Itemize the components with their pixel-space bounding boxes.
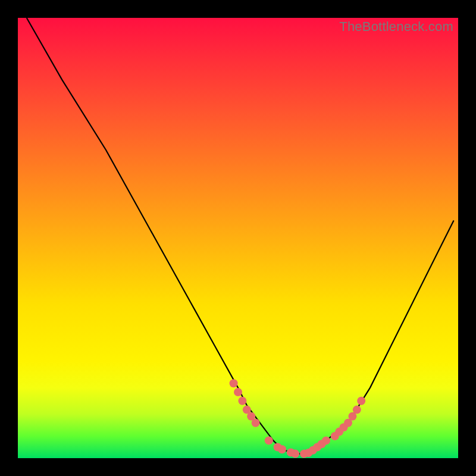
bottleneck-curve — [27, 18, 454, 454]
marker-dot — [322, 436, 330, 444]
marker-dot — [291, 450, 299, 458]
marker-dot — [238, 397, 246, 405]
chart-container: TheBottleneck.com — [0, 0, 476, 476]
plot-area: TheBottleneck.com — [18, 18, 458, 458]
marker-dot — [252, 419, 260, 427]
marker-dot — [234, 388, 242, 396]
chart-svg — [18, 18, 458, 458]
marker-cluster-bottom — [265, 436, 330, 458]
marker-cluster-left — [230, 379, 260, 427]
marker-dot — [278, 445, 286, 453]
marker-cluster-right — [331, 397, 365, 440]
marker-dot — [353, 406, 361, 414]
marker-dot — [265, 436, 273, 444]
marker-dot — [230, 379, 238, 387]
marker-dot — [357, 397, 365, 405]
